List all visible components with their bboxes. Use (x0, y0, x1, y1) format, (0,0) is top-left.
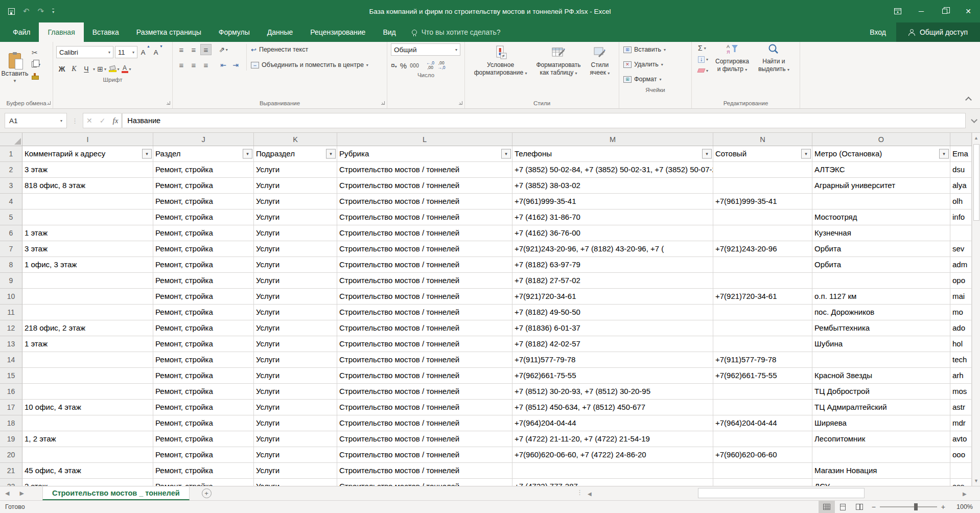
row-header[interactable]: 5 (0, 209, 22, 225)
cell[interactable] (713, 257, 812, 273)
expand-formula-bar-icon[interactable] (971, 116, 977, 123)
cell[interactable] (22, 209, 153, 225)
cell[interactable] (950, 463, 972, 479)
row-header[interactable]: 10 (0, 289, 22, 305)
cell[interactable] (713, 431, 812, 447)
tab-insert[interactable]: Вставка (84, 22, 128, 42)
header-cell[interactable]: Сотовый▾ (713, 146, 812, 162)
cell[interactable] (812, 352, 950, 368)
alignment-dialog-launcher-icon[interactable] (381, 101, 385, 105)
cell[interactable]: ass (950, 479, 972, 486)
insert-cells-button[interactable]: ⊞Вставить▾ (623, 44, 687, 55)
cell[interactable]: Услуги (254, 305, 337, 320)
cell[interactable]: 45 офис, 4 этаж (22, 463, 153, 479)
cell[interactable]: +7(962)661-75-55 (512, 368, 713, 384)
copy-button[interactable]: ▾ (32, 60, 40, 68)
cell[interactable]: Ремонт, стройка (153, 415, 254, 431)
row-header[interactable]: 22 (0, 479, 22, 486)
vertical-scrollbar[interactable]: ▲ ▼ (972, 133, 980, 486)
cell[interactable] (713, 400, 812, 415)
cell[interactable]: Строительство мостов / тоннелей (337, 178, 512, 194)
format-cells-button[interactable]: ⊞Формат▾ (623, 74, 687, 85)
tab-data[interactable]: Данные (259, 22, 302, 42)
cell[interactable]: АЛТЭКС (812, 162, 950, 178)
decrease-indent-button[interactable]: ⇤ (218, 59, 229, 71)
cell[interactable]: Ремонт, стройка (153, 352, 254, 368)
select-all-corner[interactable] (0, 133, 22, 146)
minimize-button[interactable]: ─ (909, 0, 933, 22)
filter-button[interactable]: ▾ (702, 149, 712, 159)
header-cell[interactable]: Телефоны▾ (512, 146, 713, 162)
cell[interactable]: Строительство мостов / тоннелей (337, 320, 512, 336)
cell[interactable]: Услуги (254, 463, 337, 479)
cell[interactable]: Ремонт, стройка (153, 257, 254, 273)
close-button[interactable]: ✕ (956, 0, 980, 22)
increase-indent-button[interactable]: ⇥ (230, 59, 241, 71)
filter-button[interactable]: ▾ (243, 149, 252, 159)
header-cell[interactable]: Метро (Остановка)▾ (812, 146, 950, 162)
cell[interactable]: Услуги (254, 336, 337, 352)
format-painter-button[interactable] (32, 72, 40, 80)
cell[interactable] (812, 273, 950, 289)
row-header[interactable]: 11 (0, 305, 22, 320)
cell[interactable]: mo (950, 305, 972, 320)
cell[interactable]: 1 этаж (22, 225, 153, 241)
fill-color-button[interactable]: ▾ (108, 63, 120, 75)
cell[interactable]: Услуги (254, 225, 337, 241)
normal-view-button[interactable] (819, 501, 835, 513)
column-header[interactable]: O (812, 133, 950, 146)
cell[interactable]: +7 (4722) 777-287 (512, 479, 713, 486)
page-layout-view-button[interactable] (835, 501, 851, 513)
cell[interactable]: Ширяева (812, 415, 950, 431)
cell[interactable]: Ремонт, стройка (153, 400, 254, 415)
cell[interactable] (713, 273, 812, 289)
tab-formulas[interactable]: Формулы (210, 22, 259, 42)
delete-cells-button[interactable]: ✕Удалить▾ (623, 59, 687, 70)
cell[interactable]: Строительство мостов / тоннелей (337, 479, 512, 486)
tab-file[interactable]: Файл (4, 22, 39, 42)
name-box[interactable]: A1▾ (5, 113, 67, 128)
cell[interactable]: Услуги (254, 241, 337, 257)
find-select-button[interactable]: Найти и выделить ▾ (754, 42, 794, 74)
cell[interactable] (22, 415, 153, 431)
cell[interactable]: Ремонт, стройка (153, 447, 254, 463)
cell[interactable]: Ремонт, стройка (153, 225, 254, 241)
cell[interactable]: Мостоотряд (812, 209, 950, 225)
cell[interactable]: Строительство мостов / тоннелей (337, 241, 512, 257)
cell[interactable]: Рембыттехника (812, 320, 950, 336)
cell[interactable] (950, 225, 972, 241)
next-sheet-icon[interactable]: ▶ (14, 490, 29, 497)
middle-align-button[interactable]: ≡ (188, 44, 199, 55)
cell[interactable]: +7(911)577-79-78 (713, 352, 812, 368)
cell[interactable]: Строительство мостов / тоннелей (337, 289, 512, 305)
filter-button[interactable]: ▾ (501, 149, 511, 159)
column-header[interactable]: N (713, 133, 812, 146)
cell[interactable]: 1 этаж (22, 336, 153, 352)
cell[interactable]: Ремонт, стройка (153, 336, 254, 352)
cell[interactable]: Ремонт, стройка (153, 384, 254, 400)
cell[interactable]: Ремонт, стройка (153, 194, 254, 209)
cell[interactable]: Услуги (254, 162, 337, 178)
header-cell[interactable]: Подраздел▾ (254, 146, 337, 162)
tab-scroll-splitter[interactable]: ⋮ (576, 488, 584, 496)
cell[interactable] (713, 336, 812, 352)
filter-button[interactable]: ▾ (801, 149, 811, 159)
cell[interactable]: 2 этаж (22, 479, 153, 486)
cell[interactable] (22, 447, 153, 463)
cell[interactable]: Ремонт, стройка (153, 289, 254, 305)
cell[interactable] (812, 194, 950, 209)
cell[interactable]: Услуги (254, 415, 337, 431)
fill-button[interactable]: ↓▾ (698, 55, 708, 63)
cell[interactable]: +7(921)243-20-96 (713, 241, 812, 257)
cell[interactable]: Услуги (254, 368, 337, 384)
cell[interactable]: Строительство мостов / тоннелей (337, 447, 512, 463)
accounting-format-button[interactable]: ¤▾ (391, 61, 397, 69)
row-header[interactable]: 17 (0, 400, 22, 415)
cell[interactable] (22, 289, 153, 305)
cell[interactable]: Строительство мостов / тоннелей (337, 194, 512, 209)
cell[interactable] (713, 463, 812, 479)
italic-button[interactable]: К (68, 63, 80, 75)
enter-icon[interactable]: ✓ (100, 116, 106, 125)
cell[interactable]: +7 (8182) 63-97-79 (512, 257, 713, 273)
cell[interactable]: Ремонт, стройка (153, 209, 254, 225)
